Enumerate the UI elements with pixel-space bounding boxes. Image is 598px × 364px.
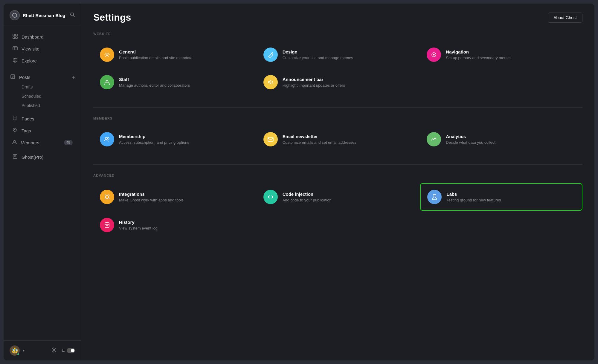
sidebar-item-view-site[interactable]: View site — [6, 43, 79, 55]
membership-icon-circle — [100, 132, 114, 146]
svg-rect-6 — [16, 37, 17, 39]
view-site-label: View site — [22, 46, 39, 51]
svg-line-2 — [73, 16, 74, 17]
website-section: WEBSITE General Basic publication detail… — [81, 29, 594, 104]
settings-item-membership[interactable]: Membership Access, subscription, and pri… — [93, 126, 256, 152]
main-header: Settings About Ghost — [81, 4, 594, 29]
members-label: Members — [21, 140, 39, 145]
pages-icon — [12, 116, 18, 122]
svg-rect-3 — [13, 34, 15, 36]
settings-item-navigation[interactable]: Navigation Set up primary and secondary … — [420, 42, 582, 68]
announcement-icon-circle — [263, 75, 278, 89]
sidebar-item-members[interactable]: Members 49 — [6, 137, 79, 148]
settings-item-announcement[interactable]: Announcement bar Highlight important upd… — [257, 69, 419, 95]
posts-add-icon[interactable]: + — [71, 74, 75, 80]
design-icon-circle — [263, 48, 278, 62]
announcement-name: Announcement bar — [283, 77, 345, 82]
website-settings-grid: General Basic publication details and si… — [93, 42, 582, 95]
navigation-name: Navigation — [446, 49, 510, 54]
avatar: 🥸 — [10, 345, 20, 356]
pages-label: Pages — [22, 116, 34, 121]
analytics-name: Analytics — [446, 134, 495, 139]
main-content: Settings About Ghost WEBSITE General — [81, 4, 594, 360]
svg-point-33 — [107, 137, 109, 139]
user-menu[interactable]: 🥸 ▾ — [10, 345, 25, 356]
published-label: Published — [22, 103, 40, 108]
integrations-name: Integrations — [119, 192, 184, 197]
page-title: Settings — [93, 12, 131, 23]
ghost-pro-icon — [12, 154, 18, 160]
membership-name: Membership — [119, 134, 189, 139]
settings-item-design[interactable]: Design Customize your site and manage th… — [257, 42, 419, 68]
settings-item-labs[interactable]: Labs Testing ground for new features — [420, 183, 582, 211]
analytics-desc: Decide what data you collect — [446, 140, 495, 145]
scheduled-label: Scheduled — [22, 94, 41, 99]
sidebar-item-tags[interactable]: Tags — [6, 125, 79, 137]
settings-item-email[interactable]: Email newsletter Customize emails and se… — [257, 126, 419, 152]
explore-label: Explore — [22, 58, 37, 63]
sidebar-item-explore[interactable]: Explore — [6, 55, 79, 67]
members-section-label: MEMBERS — [93, 117, 582, 120]
chevron-down-icon: ▾ — [23, 348, 25, 353]
members-settings-grid: Membership Access, subscription, and pri… — [93, 126, 582, 152]
sidebar-navigation: Dashboard View site — [4, 26, 81, 340]
svg-point-28 — [272, 52, 273, 53]
online-indicator — [17, 353, 20, 356]
tags-label: Tags — [22, 128, 31, 133]
svg-rect-7 — [13, 47, 17, 50]
divider-1 — [93, 107, 582, 108]
settings-item-general[interactable]: General Basic publication details and si… — [93, 42, 256, 68]
svg-point-32 — [105, 137, 107, 139]
design-desc: Customize your site and manage themes — [283, 56, 353, 60]
general-name: General — [119, 49, 193, 54]
navigation-desc: Set up primary and secondary menus — [446, 56, 510, 60]
sidebar-item-dashboard[interactable]: Dashboard — [6, 31, 79, 43]
sidebar-item-posts[interactable]: Posts + — [4, 71, 81, 82]
drafts-label: Drafts — [22, 85, 33, 89]
tags-icon — [12, 128, 18, 134]
labs-desc: Testing ground for new features — [446, 198, 501, 202]
svg-rect-42 — [105, 223, 109, 227]
svg-point-26 — [53, 349, 55, 351]
sidebar: Rhett Reisman Blog Das — [4, 4, 81, 360]
sidebar-item-drafts[interactable]: Drafts — [6, 82, 79, 91]
analytics-icon-circle — [427, 132, 441, 146]
settings-item-integrations[interactable]: Integrations Make Ghost work with apps a… — [93, 183, 256, 211]
navigation-icon-circle — [427, 48, 441, 62]
members-count: 49 — [64, 140, 73, 145]
code-injection-name: Code injection — [283, 192, 332, 197]
settings-icon[interactable] — [51, 347, 57, 354]
settings-item-staff[interactable]: Staff Manage authors, editor and collabo… — [93, 69, 256, 95]
search-icon[interactable] — [70, 12, 75, 19]
design-name: Design — [283, 49, 353, 54]
settings-item-analytics[interactable]: Analytics Decide what data you collect — [420, 126, 582, 152]
site-logo — [10, 10, 20, 20]
explore-icon — [12, 58, 18, 64]
sidebar-footer: 🥸 ▾ — [4, 340, 81, 360]
view-site-icon — [12, 46, 18, 52]
about-ghost-button[interactable]: About Ghost — [548, 13, 582, 23]
svg-point-0 — [13, 13, 17, 17]
sidebar-item-pages[interactable]: Pages — [6, 113, 79, 125]
settings-item-history[interactable]: History View system event log — [93, 212, 256, 238]
footer-actions — [51, 347, 75, 354]
general-desc: Basic publication details and site metad… — [119, 56, 193, 60]
sidebar-item-ghost-pro[interactable]: Ghost(Pro) — [6, 151, 79, 163]
history-icon-circle — [100, 218, 114, 232]
labs-name: Labs — [446, 192, 501, 197]
dashboard-icon — [12, 34, 18, 40]
posts-label: Posts — [19, 75, 30, 80]
settings-item-code-injection[interactable]: Code injection Add code to your publicat… — [257, 183, 419, 211]
website-section-label: WEBSITE — [93, 32, 582, 36]
svg-rect-44 — [108, 222, 108, 223]
dashboard-label: Dashboard — [22, 34, 43, 39]
sidebar-item-published[interactable]: Published — [6, 101, 79, 110]
theme-toggle-icon[interactable] — [61, 348, 75, 353]
svg-rect-43 — [106, 222, 106, 223]
svg-rect-4 — [16, 34, 17, 36]
email-name: Email newsletter — [283, 134, 356, 139]
sidebar-item-scheduled[interactable]: Scheduled — [6, 92, 79, 101]
ghost-pro-label: Ghost(Pro) — [22, 155, 43, 160]
email-desc: Customize emails and set email addresses — [283, 140, 356, 145]
sidebar-logo-area[interactable]: Rhett Reisman Blog — [10, 10, 65, 20]
